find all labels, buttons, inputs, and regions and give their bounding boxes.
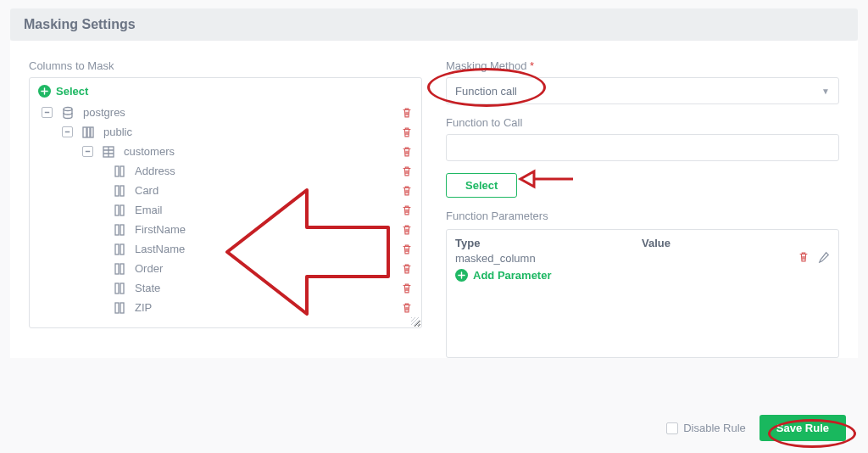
collapse-icon[interactable]: [42, 107, 53, 118]
tree-column-label: Email: [135, 204, 163, 216]
svg-point-0: [64, 107, 72, 110]
tree-schema-label: public: [103, 126, 132, 138]
collapse-icon[interactable]: [82, 146, 93, 157]
table-row: masked_column: [455, 251, 830, 266]
column-icon: [113, 204, 126, 217]
schema-icon: [81, 126, 95, 139]
tree-column-label: State: [135, 282, 160, 294]
select-function-button[interactable]: Select: [446, 173, 517, 198]
svg-rect-9: [115, 205, 119, 215]
svg-rect-14: [120, 244, 124, 254]
page-title: Masking Settings: [24, 17, 844, 32]
columns-to-mask-label: Columns to Mask: [29, 59, 422, 72]
trash-icon[interactable]: [401, 204, 413, 216]
svg-rect-17: [115, 283, 119, 294]
masking-method-label: Masking Method *: [446, 59, 839, 72]
tree-column-label: Card: [135, 184, 159, 197]
trash-icon[interactable]: [401, 302, 413, 314]
columns-select-label: Select: [56, 85, 88, 98]
svg-rect-8: [120, 186, 124, 196]
column-icon: [113, 282, 126, 295]
tree-column-label: LastName: [135, 243, 185, 255]
function-to-call-input[interactable]: [446, 134, 839, 161]
plus-icon: [38, 85, 51, 98]
svg-rect-5: [115, 166, 119, 176]
page-header: Masking Settings: [10, 8, 858, 41]
masking-method-value: Function call: [455, 85, 517, 98]
chevron-down-icon: ▼: [821, 87, 830, 96]
trash-icon[interactable]: [401, 224, 413, 236]
svg-rect-18: [120, 283, 124, 294]
add-parameter-label: Add Parameter: [473, 269, 551, 282]
columns-tree-box: Select postgres: [29, 77, 422, 328]
trash-icon[interactable]: [401, 185, 413, 197]
trash-icon[interactable]: [798, 251, 810, 263]
svg-rect-10: [120, 205, 124, 215]
disable-rule-label: Disable Rule: [683, 422, 746, 434]
trash-icon[interactable]: [401, 263, 413, 275]
svg-rect-3: [91, 127, 93, 137]
tree-node-column[interactable]: Address: [38, 161, 413, 181]
plus-icon: [455, 269, 468, 282]
tree-node-column[interactable]: Email: [38, 200, 413, 220]
checkbox-icon: [666, 422, 678, 434]
svg-rect-11: [115, 225, 119, 235]
tree-table-label: customers: [124, 145, 175, 158]
svg-rect-2: [87, 127, 90, 137]
svg-rect-13: [115, 244, 119, 254]
collapse-icon[interactable]: [62, 126, 73, 137]
column-icon: [113, 165, 126, 178]
trash-icon[interactable]: [401, 146, 413, 158]
svg-rect-1: [83, 127, 86, 137]
param-header-type: Type: [455, 237, 642, 249]
column-icon: [113, 243, 126, 256]
column-icon: [113, 262, 126, 276]
column-icon: [113, 301, 126, 315]
trash-icon[interactable]: [401, 282, 413, 294]
tree-node-column[interactable]: FirstName: [38, 220, 413, 239]
column-icon: [113, 184, 126, 198]
function-parameters-label: Function Parameters: [446, 210, 839, 222]
add-parameter-button[interactable]: Add Parameter: [455, 269, 830, 282]
tree-node-column[interactable]: Card: [38, 181, 413, 200]
database-icon: [61, 106, 75, 120]
function-to-call-label: Function to Call: [446, 116, 839, 129]
svg-rect-12: [120, 225, 124, 235]
trash-icon[interactable]: [401, 126, 413, 138]
trash-icon[interactable]: [401, 243, 413, 255]
tree-column-label: Order: [135, 262, 163, 275]
trash-icon[interactable]: [401, 165, 413, 177]
svg-rect-19: [115, 303, 119, 313]
tree-node-column[interactable]: State: [38, 278, 413, 298]
tree-node-column[interactable]: LastName: [38, 239, 413, 259]
svg-rect-6: [120, 166, 124, 176]
svg-rect-20: [120, 303, 124, 313]
tree-column-label: ZIP: [135, 301, 152, 314]
masking-method-select[interactable]: Function call ▼: [446, 77, 839, 104]
tree-node-database[interactable]: postgres: [38, 103, 413, 122]
disable-rule-checkbox[interactable]: Disable Rule: [666, 422, 746, 434]
tree-node-column[interactable]: Order: [38, 259, 413, 278]
columns-select-button[interactable]: Select: [38, 85, 413, 98]
param-type-cell: masked_column: [455, 252, 642, 265]
column-icon: [113, 223, 126, 237]
tree-node-table[interactable]: customers: [38, 142, 413, 161]
tree-node-column[interactable]: ZIP: [38, 298, 413, 317]
svg-rect-7: [115, 186, 119, 196]
trash-icon[interactable]: [401, 107, 413, 119]
save-rule-button[interactable]: Save Rule: [760, 415, 846, 441]
tree-column-label: Address: [135, 165, 175, 177]
tree-node-schema[interactable]: public: [38, 122, 413, 142]
svg-rect-15: [115, 264, 119, 274]
function-parameters-box: Type Value masked_column Add Parameter: [446, 229, 839, 358]
svg-rect-16: [120, 264, 124, 274]
tree-column-label: FirstName: [135, 223, 186, 236]
param-header-value: Value: [642, 237, 830, 249]
tree-db-label: postgres: [83, 106, 125, 119]
table-icon: [102, 145, 115, 159]
edit-icon[interactable]: [818, 251, 830, 266]
